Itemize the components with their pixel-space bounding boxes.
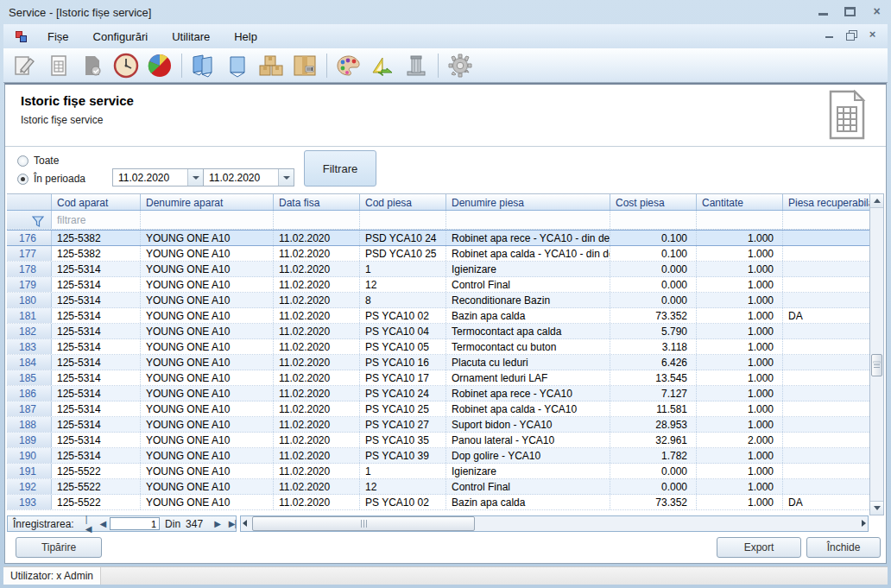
column-header-piesa-recuperabila[interactable]: Piesa recuperabila [783,194,869,210]
filtrare-button[interactable]: Filtrare [304,150,376,187]
column-header-denumire-piesa[interactable]: Denumire piesa [446,194,610,210]
table-row[interactable]: 183125-5314YOUNG ONE A1011.02.2020PS YCA… [7,339,869,355]
filter-input-denumire-piesa[interactable] [446,211,610,229]
cell-cod-piesa: 1 [360,262,446,276]
volumes-blue-icon[interactable] [189,52,218,79]
table-row[interactable]: 184125-5314YOUNG ONE A1011.02.2020PS YCA… [7,355,869,370]
column-header-cod-piesa[interactable]: Cod piesa [360,194,446,210]
filter-input-denumire-aparat[interactable] [141,211,274,229]
column-header-cod-aparat[interactable]: Cod aparat [52,194,141,210]
grid-body: 176125-5382YOUNG ONE A1011.02.2020PSD YC… [7,230,869,510]
table-row[interactable]: 182125-5314YOUNG ONE A1011.02.2020PS YCA… [7,324,869,339]
filter-funnel-icon[interactable] [7,211,52,229]
cell-recuperabila [783,464,869,478]
filter-input-cod-piesa[interactable] [360,211,446,229]
table-row[interactable]: 190125-5314YOUNG ONE A1011.02.2020PS YCA… [7,448,869,464]
column-header-denumire-aparat[interactable]: Denumire aparat [141,194,274,210]
cell-cost-piesa: 3.118 [610,339,697,354]
previous-record-button[interactable]: ◀ [95,519,110,528]
edit-document-icon[interactable] [10,52,40,79]
horizontal-scrollbar-thumb[interactable] [252,516,475,531]
status-user: Utilizator: x Admin [3,567,101,585]
child-close-button[interactable]: × [868,30,877,39]
cell-recuperabila [783,277,869,292]
table-row[interactable]: 179125-5314YOUNG ONE A1011.02.202012Cont… [7,277,869,293]
table-row[interactable]: 188125-5314YOUNG ONE A1011.02.2020PS YCA… [7,417,869,433]
export-button[interactable]: Export [717,537,801,558]
gear-icon[interactable] [446,52,475,79]
cell-recuperabila [783,339,869,354]
cell-cod-piesa: PS YCA10 27 [360,417,446,432]
clock-icon[interactable] [111,52,141,79]
minimize-button[interactable] [818,7,829,16]
record-navigator: Înregistrarea: |◀ ◀ Din 347 ▶ ▶| [7,515,237,532]
last-record-button[interactable]: ▶| [224,519,240,528]
record-number-input[interactable] [110,517,160,530]
packages-icon[interactable] [256,52,286,79]
child-minimize-button[interactable] [825,30,834,39]
column-header-cost-piesa[interactable]: Cost piesa [610,194,697,210]
filter-input-cantitate[interactable] [697,211,783,229]
table-row[interactable]: 177125-5382YOUNG ONE A1011.02.2020PSD YC… [7,246,869,262]
horizontal-scrollbar[interactable] [240,515,869,532]
table-row[interactable]: 189125-5314YOUNG ONE A1011.02.2020PS YCA… [7,433,869,448]
child-restore-button[interactable] [846,30,856,39]
column-header-data-fisa[interactable]: Data fisa [274,194,360,210]
vertical-scrollbar[interactable] [869,193,884,515]
maximize-button[interactable] [844,7,856,16]
filter-input-cost-piesa[interactable] [610,211,697,229]
volume-blue-icon[interactable] [223,52,252,79]
cell-cod-piesa: PS YCA10 04 [360,324,446,338]
cell-recuperabila [783,448,869,463]
document-check-icon[interactable] [78,52,107,79]
table-row[interactable]: 192125-5522YOUNG ONE A1011.02.202012Cont… [7,479,869,495]
radio-toate[interactable]: Toate [17,155,59,167]
menu-configurari[interactable]: Configurări [81,26,161,47]
menu-help[interactable]: Help [222,26,269,47]
filter-input-data-fisa[interactable] [274,211,360,229]
table-document-icon[interactable] [44,52,73,79]
table-row[interactable]: 181125-5314YOUNG ONE A1011.02.2020PS YCA… [7,308,869,324]
tiparire-button[interactable]: Tipărire [16,537,102,558]
cell-cost-piesa: 73.352 [610,308,697,323]
radio-in-perioada[interactable]: În perioada [17,173,85,185]
cell-cod-piesa: PSD YCA10 25 [360,246,446,261]
palette-icon[interactable] [334,52,363,79]
next-record-button[interactable]: ▶ [210,519,224,528]
table-row[interactable]: 191125-5522YOUNG ONE A1011.02.20201Igien… [7,464,869,479]
building-icon[interactable] [401,52,431,79]
cell-cost-piesa: 6.426 [610,355,697,370]
filter-input-cod-aparat[interactable]: filtrare [52,211,141,229]
vertical-scrollbar-thumb[interactable] [871,354,882,376]
filter-input-piesa-recuperabila[interactable] [783,211,869,229]
cell-num: 188 [7,417,52,432]
cell-cost-piesa: 28.953 [610,417,697,432]
table-row[interactable]: 186125-5314YOUNG ONE A1011.02.2020PS YCA… [7,386,869,401]
date-from-picker[interactable]: 11.02.2020 [112,168,204,187]
scroll-down-icon[interactable] [870,501,883,515]
inchide-button[interactable]: Închide [806,537,881,558]
menu-utilitare[interactable]: Utilitare [160,26,222,47]
date-from-dropdown-button[interactable] [187,169,203,186]
scroll-up-icon[interactable] [870,194,883,208]
table-row[interactable]: 193125-5522YOUNG ONE A1011.02.2020PS YCA… [7,495,869,510]
first-record-button[interactable]: |◀ [81,515,96,534]
table-row[interactable]: 178125-5314YOUNG ONE A1011.02.20201Igien… [7,262,869,277]
column-header-cantitate[interactable]: Cantitate [697,194,783,210]
package-barcode-icon[interactable] [290,52,319,79]
table-row[interactable]: 176125-5382YOUNG ONE A1011.02.2020PSD YC… [7,230,869,246]
cell-data-fisa: 11.02.2020 [274,277,360,292]
scroll-left-icon[interactable] [243,520,247,527]
table-row[interactable]: 180125-5314YOUNG ONE A1011.02.20208Recon… [7,293,869,308]
set-square-icon[interactable] [368,52,397,79]
date-to-dropdown-button[interactable] [278,169,294,186]
menu-fise[interactable]: Fișe [35,26,81,47]
close-button[interactable]: × [871,7,882,16]
table-row[interactable]: 185125-5314YOUNG ONE A1011.02.2020PS YCA… [7,370,869,386]
radio-in-perioada-circle[interactable] [17,174,28,185]
scroll-right-icon[interactable] [862,520,866,527]
radio-toate-circle[interactable] [17,155,28,167]
pie-chart-icon[interactable] [145,52,174,79]
date-to-picker[interactable]: 11.02.2020 [203,168,294,187]
table-row[interactable]: 187125-5314YOUNG ONE A1011.02.2020PS YCA… [7,401,869,417]
